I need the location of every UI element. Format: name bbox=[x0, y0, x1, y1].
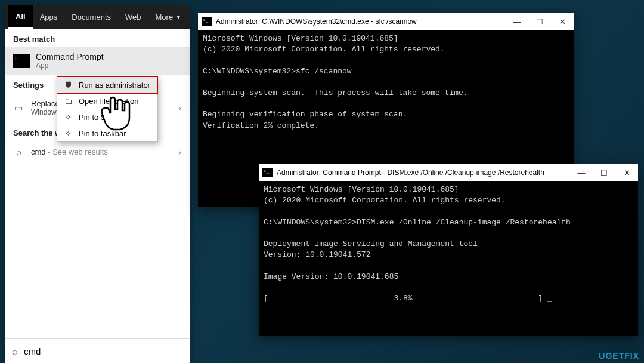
ctx-pin-to-taskbar[interactable]: ✧ Pin to taskbar bbox=[57, 125, 157, 141]
command-prompt-icon bbox=[13, 54, 30, 68]
cmd-window-dism: Administrator: Command Prompt - DISM.exe… bbox=[259, 164, 638, 336]
settings-item-label: Replace bbox=[31, 99, 60, 108]
best-match-command-prompt[interactable]: Command Prompt App bbox=[5, 47, 190, 75]
chevron-down-icon: ▼ bbox=[175, 14, 181, 20]
tab-all[interactable]: All bbox=[8, 5, 33, 29]
tab-more[interactable]: More ▼ bbox=[148, 5, 189, 29]
tab-web[interactable]: Web bbox=[118, 5, 148, 29]
search-icon: ⌕ bbox=[12, 346, 18, 357]
settings-item-sub: Window bbox=[31, 108, 60, 116]
ctx-pin-to-start[interactable]: ✧ Pin to Start bbox=[57, 109, 157, 125]
maximize-button[interactable]: ☐ bbox=[593, 164, 615, 181]
window-title: Administrator: C:\WINDOWS\system32\cmd.e… bbox=[216, 17, 506, 26]
tab-documents[interactable]: Documents bbox=[64, 5, 118, 29]
best-match-title: Command Prompt bbox=[36, 52, 104, 61]
pin-icon: ✧ bbox=[63, 129, 73, 138]
best-match-text: Command Prompt App bbox=[36, 52, 104, 70]
folder-icon: 🗀 bbox=[63, 97, 73, 106]
web-result-label: cmd bbox=[31, 147, 46, 156]
search-input[interactable] bbox=[24, 346, 182, 356]
close-button[interactable]: ✕ bbox=[551, 13, 574, 30]
watermark: UGETFIX bbox=[599, 351, 639, 361]
search-tab-row: All Apps Documents Web More ▼ bbox=[5, 5, 190, 29]
window-title: Administrator: Command Prompt - DISM.exe… bbox=[277, 168, 570, 177]
pin-icon: ✧ bbox=[63, 113, 73, 122]
maximize-button[interactable]: ☐ bbox=[528, 13, 551, 30]
minimize-button[interactable]: — bbox=[506, 13, 528, 30]
monitor-icon: ▭ bbox=[13, 103, 24, 113]
ctx-open-file-location[interactable]: 🗀 Open file location bbox=[57, 93, 157, 109]
close-button[interactable]: ✕ bbox=[615, 164, 638, 181]
best-match-subtitle: App bbox=[36, 61, 104, 70]
web-result-hint: See web results bbox=[52, 147, 108, 156]
titlebar[interactable]: Administrator: C:\WINDOWS\system32\cmd.e… bbox=[198, 13, 574, 30]
best-match-header: Best match bbox=[5, 29, 190, 47]
web-result-cmd[interactable]: ⌕ cmd - See web results › bbox=[5, 141, 190, 163]
start-search-panel: All Apps Documents Web More ▼ Best match… bbox=[5, 5, 190, 363]
tab-apps[interactable]: Apps bbox=[33, 5, 65, 29]
terminal-output[interactable]: Microsoft Windows [Version 10.0.19041.68… bbox=[259, 181, 638, 336]
ctx-run-as-admin[interactable]: ⛊ Run as administrator bbox=[57, 76, 158, 94]
shield-icon: ⛊ bbox=[63, 81, 73, 90]
chevron-right-icon: › bbox=[178, 103, 181, 113]
ctx-label: Pin to taskbar bbox=[79, 129, 126, 138]
context-menu: ⛊ Run as administrator 🗀 Open file locat… bbox=[57, 76, 158, 142]
search-icon: ⌕ bbox=[13, 147, 24, 157]
search-input-row: ⌕ bbox=[5, 338, 190, 363]
chevron-right-icon: › bbox=[178, 147, 181, 157]
ctx-label: Run as administrator bbox=[79, 81, 150, 90]
tab-more-label: More bbox=[156, 13, 174, 21]
command-prompt-icon bbox=[262, 168, 273, 177]
titlebar[interactable]: Administrator: Command Prompt - DISM.exe… bbox=[259, 164, 638, 181]
ctx-label: Pin to Start bbox=[79, 113, 117, 122]
minimize-button[interactable]: — bbox=[570, 164, 593, 181]
ctx-label: Open file location bbox=[79, 97, 138, 106]
command-prompt-icon bbox=[202, 17, 212, 26]
